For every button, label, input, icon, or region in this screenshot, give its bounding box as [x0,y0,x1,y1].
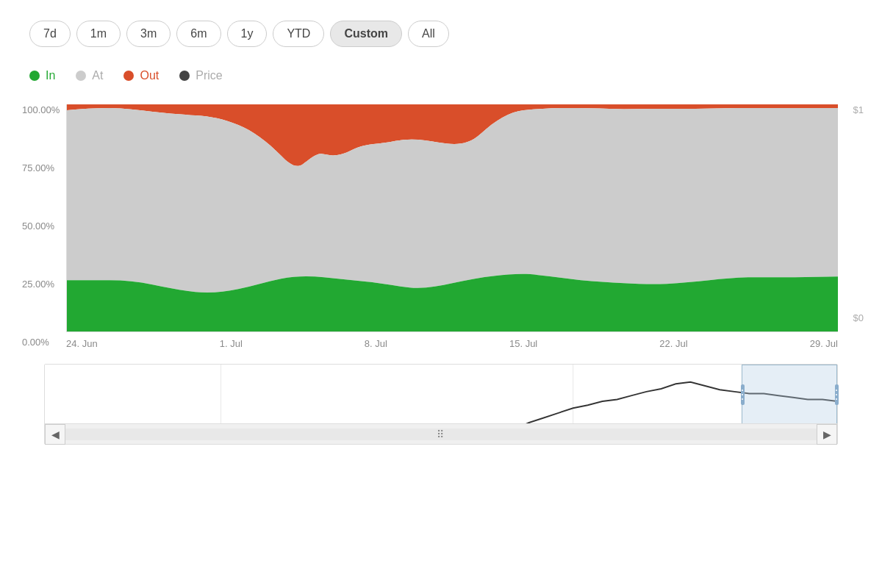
legend-dot-in [29,71,40,81]
filter-custom[interactable]: Custom [330,21,402,47]
y-label-0: 0.00% [22,337,60,348]
legend-dot-at [76,71,86,81]
legend-item-price: Price [179,69,222,82]
nav-handle-icon: ⠿ [437,429,446,440]
filter-3m[interactable]: 3m [126,21,171,47]
filter-all[interactable]: All [408,21,449,47]
x-label-jul1: 1. Jul [220,338,243,349]
x-label-jul29: 29. Jul [810,338,838,349]
x-label-jul15: 15. Jul [509,338,537,349]
y-label-25: 25.00% [22,279,60,290]
legend-item-at: At [76,69,103,82]
time-filter-bar: 7d 1m 3m 6m 1y YTD Custom All [0,0,882,62]
y-label-50: 50.00% [22,220,60,232]
nav-bar: ◀ ⠿ ▶ [45,423,837,444]
y-label-100: 100.00% [22,104,60,115]
legend-label-in: In [46,69,55,82]
filter-6m[interactable]: 6m [176,21,220,47]
filter-1y[interactable]: 1y [227,21,268,47]
x-axis: 24. Jun 1. Jul 8. Jul 15. Jul 22. Jul 29… [66,332,838,349]
chart-legend: In At Out Price [0,62,882,97]
mini-chart-wrapper: Jul '23 Jan '24 Jul '24 ◀ ⠿ ▶ [44,364,838,445]
drag-handle-left[interactable] [736,365,748,424]
y-label-75: 75.00% [22,162,60,173]
legend-label-price: Price [196,69,222,82]
price-bottom-label: $0 [853,312,864,323]
filter-1m[interactable]: 1m [76,21,121,47]
x-label-jul8: 8. Jul [365,338,387,349]
x-label-jul22: 22. Jul [659,338,687,349]
legend-dot-out [123,71,134,81]
legend-label-at: At [92,69,103,82]
selection-overlay[interactable] [742,365,837,425]
legend-label-out: Out [140,69,159,82]
nav-left-arrow[interactable]: ◀ [45,424,65,445]
nav-handle-center[interactable]: ⠿ [65,429,817,440]
drag-handle-right[interactable] [831,365,842,424]
filter-ytd[interactable]: YTD [273,21,324,47]
price-top-label: $1 [853,104,864,115]
main-chart-svg [67,104,838,331]
legend-dot-price [179,71,190,81]
nav-right-arrow[interactable]: ▶ [817,424,837,445]
x-label-jun24: 24. Jun [66,338,98,349]
filter-7d[interactable]: 7d [29,21,71,47]
y-axis: 100.00% 75.00% 50.00% 25.00% 0.00% [22,104,60,349]
legend-item-out: Out [123,69,159,82]
legend-item-in: In [29,69,55,82]
